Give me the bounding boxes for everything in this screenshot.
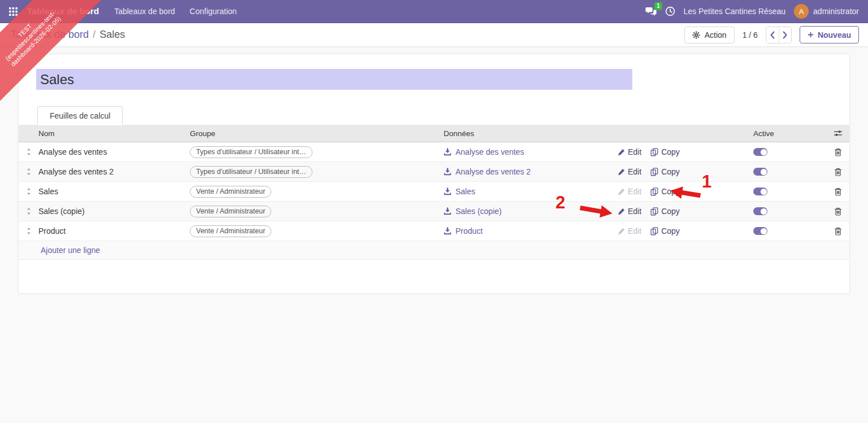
- action-button-label: Action: [705, 30, 727, 40]
- download-icon: [444, 207, 452, 215]
- edit-button[interactable]: Edit: [618, 147, 641, 156]
- add-line-row: Ajouter une ligne: [19, 241, 849, 260]
- download-icon: [444, 148, 452, 156]
- delete-button[interactable]: [834, 207, 842, 216]
- drag-handle-icon[interactable]: [26, 207, 32, 215]
- pencil-icon: [618, 149, 625, 156]
- download-icon: [444, 227, 452, 235]
- record-name-input[interactable]: Sales: [36, 69, 632, 90]
- row-name[interactable]: Sales: [38, 187, 190, 196]
- new-button-label: Nouveau: [818, 30, 851, 40]
- column-header-groupe[interactable]: Groupe: [190, 129, 444, 138]
- copy-icon: [650, 187, 658, 196]
- trash-icon: [834, 227, 842, 236]
- column-header-nom[interactable]: Nom: [38, 129, 190, 138]
- plus-icon: [808, 32, 814, 38]
- copy-button[interactable]: Copy: [650, 167, 680, 176]
- add-line-link[interactable]: Ajouter une ligne: [41, 246, 100, 255]
- company-name[interactable]: Les Petites Cantines Réseau: [684, 7, 786, 16]
- tab-feuilles-de-calcul[interactable]: Feuilles de calcul: [37, 106, 123, 125]
- app-brand[interactable]: Tableaux de bord: [27, 6, 99, 16]
- table-row[interactable]: Sales Vente / Administrateur Sales Edit …: [19, 182, 849, 202]
- group-pill: Vente / Administrateur: [190, 206, 271, 217]
- column-header-active[interactable]: Active: [753, 129, 827, 138]
- optional-columns-icon[interactable]: [834, 129, 843, 137]
- copy-button[interactable]: Copy: [650, 147, 680, 156]
- row-name[interactable]: Analyse des ventes: [38, 147, 190, 156]
- trash-icon: [834, 187, 842, 196]
- delete-button[interactable]: [834, 187, 842, 196]
- delete-button[interactable]: [834, 148, 842, 156]
- group-pill: Vente / Administrateur: [190, 186, 271, 198]
- pager-buttons: [766, 27, 792, 43]
- spreadsheet-list: Nom Groupe Données Active Analyse des ve…: [19, 125, 849, 260]
- action-button[interactable]: Action: [684, 27, 735, 43]
- active-toggle[interactable]: [753, 187, 767, 195]
- copy-icon: [650, 168, 658, 176]
- data-download-link[interactable]: Analyse des ventes: [444, 147, 524, 156]
- drag-handle-icon[interactable]: [26, 227, 32, 235]
- drag-handle-icon[interactable]: [26, 148, 32, 156]
- group-pill: Vente / Administrateur: [190, 225, 271, 237]
- table-row[interactable]: Sales (copie) Vente / Administrateur Sal…: [19, 202, 849, 221]
- username[interactable]: administrator: [813, 7, 859, 16]
- copy-button-row-sales[interactable]: Copy: [650, 187, 680, 196]
- pager-previous-button[interactable]: [766, 27, 779, 43]
- download-icon: [444, 187, 452, 195]
- row-name[interactable]: Product: [38, 226, 190, 236]
- new-button[interactable]: Nouveau: [800, 26, 859, 43]
- drag-handle-icon[interactable]: [26, 187, 32, 195]
- copy-button[interactable]: Copy: [650, 207, 680, 216]
- breadcrumb-separator: /: [93, 29, 96, 40]
- active-toggle[interactable]: [753, 207, 767, 215]
- table-row[interactable]: Analyse des ventes 2 Types d'utilisateur…: [19, 162, 849, 182]
- apps-menu-button[interactable]: [0, 0, 26, 23]
- active-toggle[interactable]: [753, 168, 767, 176]
- drag-handle-icon[interactable]: [26, 168, 32, 176]
- copy-button[interactable]: Copy: [650, 226, 680, 236]
- menu-configuration[interactable]: Configuration: [183, 0, 244, 23]
- table-row[interactable]: Product Vente / Administrateur Product E…: [19, 221, 849, 241]
- trash-icon: [834, 148, 842, 156]
- chevron-left-icon: [770, 31, 775, 39]
- menu-tableaux-de-bord[interactable]: Tableaux de bord: [107, 0, 182, 23]
- column-header-donnees[interactable]: Données: [444, 129, 613, 138]
- delete-button[interactable]: [834, 227, 842, 236]
- pager-counter: 1 / 6: [743, 30, 758, 40]
- clock-icon: [665, 6, 675, 16]
- group-pill: Types d'utilisateur / Utilisateur int…: [190, 166, 313, 178]
- delete-button[interactable]: [834, 168, 842, 176]
- chevron-right-icon: [782, 31, 788, 39]
- avatar[interactable]: A: [794, 4, 809, 19]
- group-pill: Types d'utilisateur / Utilisateur int…: [190, 146, 313, 158]
- pencil-icon: [618, 208, 625, 215]
- edit-button-row-sales-copie[interactable]: Edit: [618, 207, 641, 216]
- row-name[interactable]: Analyse des ventes 2: [38, 167, 190, 176]
- download-icon: [444, 168, 452, 176]
- data-download-link[interactable]: Sales: [444, 187, 475, 196]
- edit-button[interactable]: Edit: [618, 167, 641, 176]
- table-row[interactable]: Analyse des ventes Types d'utilisateur /…: [19, 142, 849, 162]
- data-download-link[interactable]: Product: [444, 226, 483, 236]
- breadcrumb-parent[interactable]: Tableaux de bord: [11, 29, 89, 40]
- data-download-link[interactable]: Sales (copie): [444, 207, 502, 216]
- trash-icon: [834, 207, 842, 216]
- copy-icon: [650, 207, 658, 216]
- control-panel: Tableaux de bord/Sales Action 1 / 6 Nouv…: [0, 23, 868, 46]
- gear-icon: [692, 31, 700, 39]
- copy-icon: [650, 227, 658, 236]
- row-name[interactable]: Sales (copie): [38, 207, 190, 216]
- activities-button[interactable]: [665, 6, 675, 16]
- breadcrumb-current: Sales: [99, 29, 125, 40]
- edit-button: Edit: [618, 226, 641, 236]
- active-toggle[interactable]: [753, 148, 767, 156]
- messages-button[interactable]: 1: [645, 7, 657, 16]
- pager-next-button[interactable]: [779, 27, 791, 43]
- pencil-icon: [618, 168, 625, 176]
- trash-icon: [834, 168, 842, 176]
- active-toggle[interactable]: [753, 227, 767, 235]
- data-download-link[interactable]: Analyse des ventes 2: [444, 167, 531, 176]
- table-header-row: Nom Groupe Données Active: [19, 125, 849, 142]
- main-menus: Tableaux de bord Configuration: [107, 0, 244, 23]
- pencil-icon: [618, 228, 625, 235]
